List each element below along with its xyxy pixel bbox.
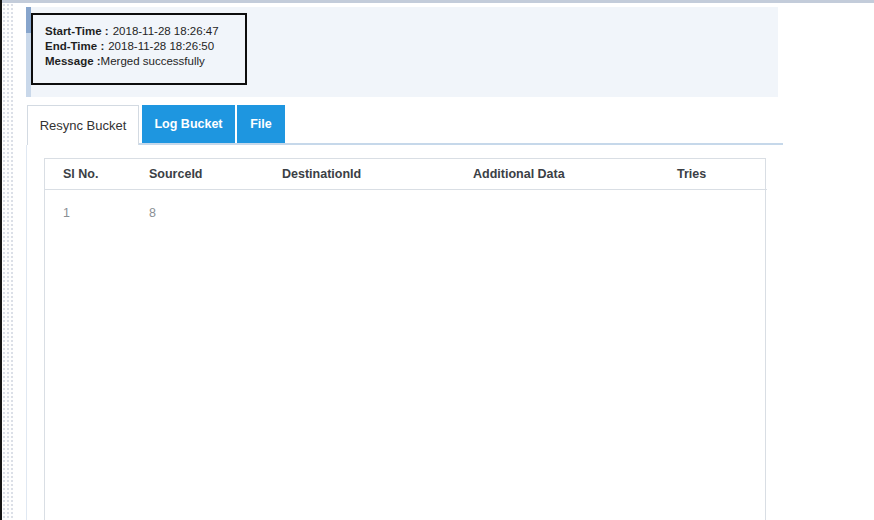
top-border-line: [0, 0, 874, 3]
content-left-border: [26, 145, 27, 520]
column-header-destination-id: DestinationId: [264, 159, 455, 190]
left-dotted-texture: [2, 3, 13, 520]
cell-sl-no: 1: [45, 190, 131, 227]
end-time-line: End-Time :2018-11-28 18:26:50: [45, 39, 233, 54]
tab-file-label: File: [250, 117, 272, 131]
column-header-tries: Tries: [659, 159, 767, 190]
tab-resync-bucket-label: Resync Bucket: [40, 118, 127, 133]
tab-file[interactable]: File: [237, 105, 285, 143]
start-time-value: 2018-11-28 18:26:47: [113, 25, 219, 37]
start-time-line: Start-Time :2018-11-28 18:26:47: [45, 24, 233, 39]
column-header-additional-data: Additional Data: [455, 159, 659, 190]
table-row: 1 8: [45, 190, 767, 227]
cell-tries: [659, 190, 767, 227]
message-value: Merged successfully: [101, 55, 205, 67]
start-time-label: Start-Time :: [45, 25, 109, 37]
resync-bucket-table-container: Sl No. SourceId DestinationId Additional…: [44, 158, 766, 520]
tab-log-bucket[interactable]: Log Bucket: [142, 105, 235, 143]
cell-source-id: 8: [131, 190, 264, 227]
column-header-sl-no: Sl No.: [45, 159, 131, 190]
message-line: Message :Merged successfully: [45, 54, 233, 69]
cell-additional-data: [455, 190, 659, 227]
resync-bucket-table: Sl No. SourceId DestinationId Additional…: [45, 159, 767, 226]
end-time-label: End-Time :: [45, 40, 104, 52]
tab-log-bucket-label: Log Bucket: [154, 117, 222, 131]
end-time-value: 2018-11-28 18:26:50: [108, 40, 214, 52]
tab-resync-bucket[interactable]: Resync Bucket: [27, 105, 139, 145]
table-header-row: Sl No. SourceId DestinationId Additional…: [45, 159, 767, 190]
message-label: Message :: [45, 55, 101, 67]
tab-underline: [27, 143, 783, 145]
merge-status-box: Start-Time :2018-11-28 18:26:47 End-Time…: [31, 13, 247, 85]
cell-destination-id: [264, 190, 455, 227]
column-header-source-id: SourceId: [131, 159, 264, 190]
tab-bar: Resync Bucket Log Bucket File: [27, 105, 285, 145]
status-panel: Start-Time :2018-11-28 18:26:47 End-Time…: [26, 7, 778, 97]
